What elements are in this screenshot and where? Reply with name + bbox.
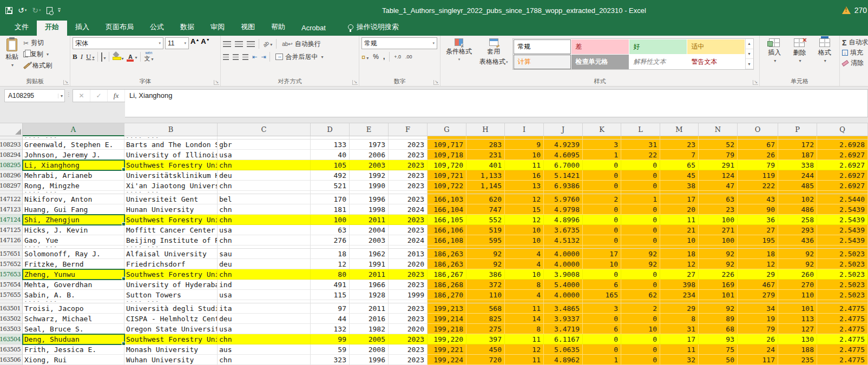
cell[interactable]: 2.6927 (817, 150, 868, 160)
column-header-M[interactable]: M (660, 123, 699, 136)
cell[interactable]: 2023 (389, 355, 428, 365)
cell[interactable]: Fritzke, Bernd (23, 259, 124, 269)
column-header-L[interactable]: L (621, 123, 660, 136)
cell[interactable]: 486 (778, 204, 817, 215)
cell[interactable]: Nikiforov, Anton (23, 194, 124, 204)
cell[interactable]: Deng, Shuduan (23, 334, 124, 344)
cell[interactable]: 12 (505, 194, 544, 204)
column-header-D[interactable]: D (311, 123, 350, 136)
tab-视图[interactable]: 视图 (233, 19, 263, 36)
cell[interactable]: 32 (660, 355, 699, 365)
cell[interactable]: 17 (660, 194, 699, 204)
cell[interactable]: 4.6095 (544, 150, 583, 160)
cell[interactable]: 595 (466, 235, 505, 245)
cell[interactable]: 92 (699, 259, 738, 269)
cell[interactable]: ind (218, 280, 311, 290)
row-header-157654[interactable]: 157654 (0, 280, 23, 290)
cell[interactable]: 2.4775 (817, 303, 868, 314)
cell[interactable]: 5.4000 (544, 280, 583, 290)
cell[interactable]: 0 (621, 235, 660, 245)
row-header-163504[interactable]: 163504 (0, 334, 23, 344)
format-cells-button[interactable]: 格式 (815, 37, 834, 77)
accessibility-alert[interactable]: 270 (842, 0, 867, 21)
cell[interactable]: 521 (311, 181, 350, 191)
row-header-157653[interactable]: 157653 (0, 269, 23, 280)
cell[interactable]: 181 (311, 204, 350, 215)
cell[interactable]: Greenwald, Stephen E. (23, 140, 124, 150)
cell[interactable]: 397 (466, 334, 505, 344)
cell[interactable]: 43 (738, 194, 778, 204)
cell[interactable]: 2023 (389, 314, 428, 324)
cell[interactable]: 50 (699, 355, 738, 365)
cell[interactable]: 110 (466, 290, 505, 300)
gallery-scrollbar[interactable]: ▲ ▼ ▼ (745, 39, 753, 69)
font-dialog-launcher[interactable]: ↘ (214, 80, 219, 85)
italic-button[interactable]: I (81, 52, 83, 61)
cell[interactable]: 244 (778, 170, 817, 181)
row-header-157652[interactable]: 157652 (0, 259, 23, 269)
cell[interactable]: bel (218, 194, 311, 204)
column-header-H[interactable]: H (466, 123, 505, 136)
cell[interactable]: 0 (583, 160, 621, 170)
cell[interactable]: 436 (778, 235, 817, 245)
cell[interactable]: 5.9760 (544, 194, 583, 204)
cell[interactable]: Huang, Gui Fang (23, 204, 124, 215)
cell[interactable]: 4.0000 (544, 249, 583, 259)
cell[interactable]: 199,214 (428, 314, 466, 324)
cell[interactable]: Li, Xianghong (23, 160, 124, 170)
number-dialog-launcher[interactable]: ↘ (433, 80, 439, 85)
cell[interactable]: 45 (660, 170, 699, 181)
cell[interactable]: 2023 (389, 170, 428, 181)
column-header-I[interactable]: I (505, 123, 544, 136)
cell[interactable]: 0 (621, 160, 660, 170)
cell[interactable]: 199,218 (428, 324, 466, 334)
cell[interactable]: 825 (466, 314, 505, 324)
cell[interactable]: 169 (699, 280, 738, 290)
cell[interactable]: 2003 (350, 160, 389, 170)
cell[interactable]: 105 (311, 160, 350, 170)
cell[interactable]: 3 (583, 140, 621, 150)
cell[interactable]: 24 (738, 344, 778, 355)
cell[interactable]: 0 (583, 334, 621, 344)
cell[interactable]: 52 (699, 140, 738, 150)
cell[interactable]: University of Hyderaba (124, 280, 218, 290)
cell[interactable]: Universitätsklinikum H (124, 170, 218, 181)
cell[interactable]: CISPA - Helmholtz Cent (124, 314, 218, 324)
cell[interactable]: 2023 (389, 194, 428, 204)
cell[interactable]: 14 (505, 314, 544, 324)
align-top-button[interactable] (223, 41, 231, 47)
decrease-font-size-button[interactable]: A▼ (201, 37, 209, 49)
row-header-163502[interactable]: 163502 (0, 314, 23, 324)
cell[interactable]: Mehrabi, Arianeb (23, 170, 124, 181)
save-button[interactable] (5, 7, 12, 14)
cell[interactable]: 2.4775 (817, 314, 868, 324)
cell[interactable]: 10 (505, 150, 544, 160)
confirm-entry-button[interactable]: ✓ (90, 90, 108, 102)
cell[interactable]: 2.6927 (817, 181, 868, 191)
cell[interactable]: Southwest Forestry Uni (124, 269, 218, 280)
cell[interactable]: 2.5439 (817, 225, 868, 235)
column-header-C[interactable]: C (218, 123, 311, 136)
cell[interactable]: 386 (466, 269, 505, 280)
cell[interactable]: 2.5439 (817, 204, 868, 215)
cell[interactable]: 199,224 (428, 355, 466, 365)
cell[interactable]: 0 (583, 225, 621, 235)
cell[interactable]: 4.8962 (544, 355, 583, 365)
cell[interactable]: 0 (583, 344, 621, 355)
cell[interactable]: 2023 (389, 225, 428, 235)
cell[interactable]: Frith, Jessica E. (23, 344, 124, 355)
cell[interactable]: 20 (660, 204, 699, 215)
conditional-formatting-button[interactable]: 条件格式 ▾ (443, 37, 475, 77)
cell[interactable]: chn (218, 235, 311, 245)
cell[interactable]: 11 (660, 215, 699, 225)
cell[interactable]: 13 (505, 181, 544, 191)
cell[interactable]: Monash University (124, 344, 218, 355)
cell[interactable]: Zheng, Yunwu (23, 269, 124, 280)
cell[interactable]: 199,221 (428, 344, 466, 355)
cell[interactable]: 124 (699, 170, 738, 181)
cell[interactable]: 92 (699, 249, 738, 259)
cell[interactable]: 3.9008 (544, 269, 583, 280)
column-header-G[interactable]: G (428, 123, 466, 136)
cell[interactable]: 2003 (350, 235, 389, 245)
cell[interactable]: 552 (466, 215, 505, 225)
